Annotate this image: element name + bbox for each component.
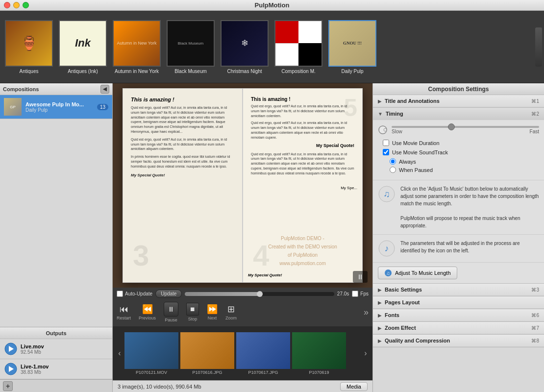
progress-row: Auto-Update Update 27.0s Fps — [117, 290, 369, 298]
film-thumb-0 — [124, 332, 178, 369]
section-fonts-header[interactable]: ▶ Fonts ⌘6 — [373, 309, 544, 321]
progress-fill — [185, 292, 259, 296]
section-timing: ▼ Timing ⌘2 — [373, 108, 544, 284]
next-icon: ⏩ — [207, 304, 218, 315]
radio-when-paused-label: When Paused — [399, 167, 433, 173]
close-button[interactable] — [4, 2, 10, 8]
filmstrip-items: P1070121.MOV P1070616.JPG P1070617.JPG P… — [124, 332, 361, 375]
page3-quote: My Special Quote! — [131, 173, 234, 177]
more-button[interactable]: » — [364, 307, 369, 318]
section-quality-header[interactable]: ▶ Quality and Compression ⌘8 — [373, 335, 544, 347]
adjust-to-music-button[interactable]: ♫ Adjust To Music Length — [378, 267, 457, 279]
section-zoom-header[interactable]: ▶ Zoom Effect ⌘7 — [373, 322, 544, 334]
pages-section-label: Pages Layout — [385, 299, 539, 305]
section-title-annotations-header[interactable]: ▶ Title and Annotations ⌘1 — [373, 95, 544, 107]
compositions-collapse-btn[interactable]: ◀ — [100, 85, 109, 94]
thumb-christmas[interactable]: ❄ Christmas Night — [218, 18, 272, 76]
use-movie-soundtrack-checkbox[interactable] — [383, 149, 389, 155]
speed-labels: Slow Fast — [392, 129, 539, 134]
film-item-2[interactable]: P1070617.JPG — [236, 332, 290, 375]
output-size-0: 92.54 Mb — [21, 349, 44, 355]
bottom-quote: My Special Quote! — [248, 273, 282, 277]
svg-text:♫: ♫ — [386, 270, 390, 276]
music-adjust-btn-row: ♫ Adjust To Music Length — [373, 262, 544, 283]
thumb-autumn-img: Autumn in New York — [113, 20, 161, 67]
next-button[interactable]: ⏩ Next — [207, 304, 218, 320]
watermark-line2: Created with the DEMO version — [243, 243, 362, 251]
music-desc-text-3: The parameters that will be adjusted in … — [400, 241, 519, 253]
compositions-label: Compositions — [3, 86, 39, 92]
music-desc-1: Click on the 'Adjust To Music' button be… — [400, 185, 539, 229]
radio-always[interactable] — [390, 158, 396, 165]
filmstrip-prev-arrow[interactable]: ‹ — [115, 326, 124, 380]
main-area: Compositions ◀ GP Awesome Pulp In Mo... … — [0, 83, 544, 392]
film-thumb-1 — [180, 332, 234, 369]
section-basic-settings-header[interactable]: ▶ Basic Settings ⌘3 — [373, 284, 544, 296]
output-name-0: Live.mov — [21, 343, 44, 349]
thumb-daily-pulp[interactable]: GNOU !!! Daily Pulp — [325, 18, 379, 76]
strip-scrollbar[interactable] — [535, 27, 542, 67]
output-item-1[interactable]: Live-1.mov 38.83 Mb — [0, 359, 112, 379]
thumb-daily-pulp-img: GNOU !!! — [328, 20, 376, 67]
music-desc-text-2: PulpMotion will propose to repeat the mu… — [400, 216, 520, 228]
restart-button[interactable]: ⏮ Restart — [117, 304, 131, 320]
thumb-christmas-img: ❄ — [221, 20, 269, 67]
basic-triangle-icon: ▶ — [378, 287, 382, 293]
film-label-0: P1070121.MOV — [124, 370, 178, 375]
update-button[interactable]: Update — [155, 290, 182, 298]
film-item-1[interactable]: P1070616.JPG — [180, 332, 234, 375]
quality-section-shortcut: ⌘8 — [531, 338, 539, 343]
output-name-1: Live-1.mov — [21, 364, 49, 369]
playback-controls: Auto-Update Update 27.0s Fps ⏮ Restart — [113, 288, 372, 326]
next-label: Next — [208, 316, 217, 320]
composition-item[interactable]: GP Awesome Pulp In Mo... Daily Pulp 13 — [0, 95, 112, 119]
radio-when-paused[interactable] — [390, 167, 396, 173]
fps-checkbox[interactable] — [352, 291, 358, 297]
speed-slider[interactable] — [392, 126, 539, 128]
auto-update-checkbox[interactable] — [117, 291, 123, 297]
outputs-section: Outputs Live.mov 92.54 Mb — [0, 327, 112, 379]
stop-button[interactable]: ⏹ Stop — [186, 303, 199, 321]
music-icon-2: ♪ — [378, 240, 396, 257]
music-adjust-section-1: ♫ Click on the 'Adjust To Music' button … — [373, 180, 544, 234]
add-output-button[interactable]: + — [3, 381, 13, 391]
thumb-antiques-ink[interactable]: Ink Antiques (Ink) — [56, 18, 110, 76]
output-item-0[interactable]: Live.mov 92.54 Mb — [0, 339, 112, 359]
filmstrip-next-arrow[interactable]: › — [361, 326, 371, 380]
zoom-button[interactable]: ⊞ Zoom — [225, 304, 237, 320]
transport-row: ⏮ Restart ⏪ Previous ⏸ Pause ⏹ Stop ⏩ — [117, 300, 369, 324]
fonts-triangle-icon: ▶ — [378, 313, 382, 318]
thumb-antiques[interactable]: 🏺 Antiques — [2, 18, 56, 76]
film-item-3[interactable]: P1070619 — [292, 332, 346, 375]
right-panel: Composition Settings ▶ Title and Annotat… — [372, 83, 544, 392]
app-title: PulpMotion — [255, 1, 290, 9]
thumb-antiques-ink-img: Ink — [59, 20, 107, 67]
music-desc-2: The parameters that will be adjusted in … — [400, 240, 539, 257]
previous-button[interactable]: ⏪ Previous — [139, 304, 156, 320]
auto-update-check: Auto-Update — [117, 291, 152, 297]
thumb-black-museum[interactable]: Black Museum Black Museum — [164, 18, 218, 76]
timing-content: Slow Fast Use Movie Duration Use Movie S… — [373, 120, 544, 180]
film-item-0[interactable]: P1070121.MOV — [124, 332, 178, 375]
section-pages-layout-header[interactable]: ▶ Pages Layout — [373, 296, 544, 309]
section-zoom-effect: ▶ Zoom Effect ⌘7 — [373, 322, 544, 335]
composition-subtitle: Daily Pulp — [25, 107, 97, 113]
pause-button[interactable]: ⏸ Pause — [164, 302, 178, 322]
title-section-label: Title and Annotations — [385, 98, 531, 104]
auto-update-label: Auto-Update — [125, 291, 152, 296]
page-body-3: Quid est ergo, quod velit? Aut cur, in o… — [251, 152, 354, 176]
speed-icon — [378, 125, 388, 135]
section-timing-header[interactable]: ▼ Timing ⌘2 — [373, 108, 544, 120]
title-triangle-icon: ▶ — [378, 98, 382, 104]
thumb-autumn[interactable]: Autumn in New York Autumn in New York — [110, 18, 164, 76]
book-page-left: 3 This is amazing ! Quid est ergo, quod … — [123, 89, 243, 282]
media-button[interactable]: Media — [340, 382, 368, 391]
thumb-christmas-label: Christmas Night — [227, 69, 262, 74]
progress-bar[interactable] — [185, 292, 334, 296]
radio-always-label: Always — [399, 159, 416, 165]
thumb-composition[interactable]: Composition M. — [272, 18, 325, 76]
maximize-button[interactable] — [23, 2, 29, 8]
use-movie-duration-checkbox[interactable] — [383, 140, 389, 146]
minimize-button[interactable] — [13, 2, 20, 8]
fonts-section-shortcut: ⌘6 — [531, 313, 539, 318]
